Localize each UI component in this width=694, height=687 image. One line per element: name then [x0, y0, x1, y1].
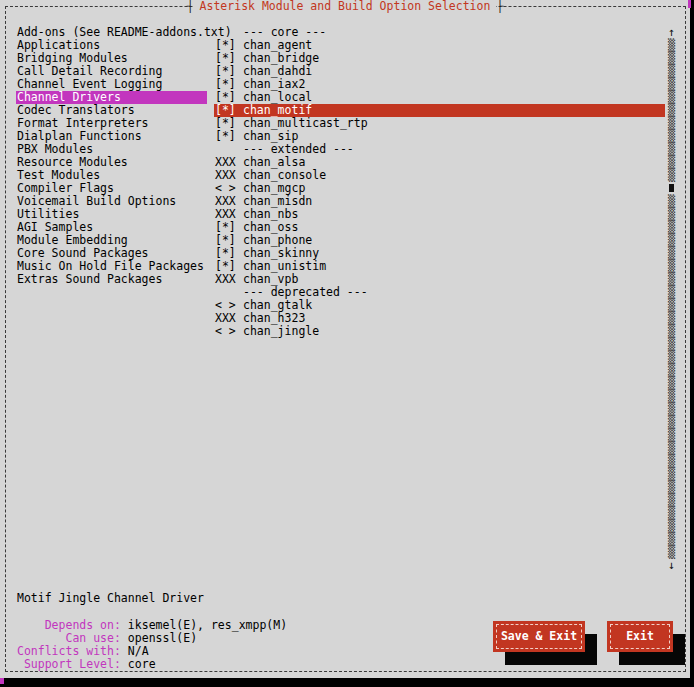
module-name: chan_local: [236, 90, 312, 104]
title-bar: ┤Asterisk Module and Build Option Select…: [0, 0, 690, 13]
module-item[interactable]: < >chan_jingle: [0, 325, 665, 338]
module-item[interactable]: [*]chan_dahdi: [0, 65, 665, 78]
exit-button-label: Exit: [626, 621, 654, 652]
module-item[interactable]: [*]chan_unistim: [0, 260, 665, 273]
module-item[interactable]: XXXchan_alsa: [0, 156, 665, 169]
module-name: chan_iax2: [236, 77, 305, 91]
module-name: chan_motif: [236, 103, 312, 117]
module-list: --- core ---[*]chan_agent[*]chan_bridge[…: [0, 26, 665, 338]
attribute-value: iksemel(E), res_xmpp(M): [121, 618, 287, 632]
module-item[interactable]: < >chan_gtalk: [0, 299, 665, 312]
scrollbar-track[interactable]: ▒: [664, 169, 679, 182]
module-item[interactable]: [*]chan_multicast_rtp: [0, 117, 665, 130]
module-name: chan_h323: [236, 311, 305, 325]
module-state-icon: [*]: [215, 130, 236, 143]
save-exit-button[interactable]: Save & Exit: [493, 621, 585, 652]
module-section-separator: --- deprecated ---: [0, 286, 665, 299]
menuselect-dialog: ┤Asterisk Module and Build Option Select…: [0, 0, 690, 678]
attribute-label: Support Level:: [17, 657, 121, 671]
module-name: chan_console: [236, 168, 326, 182]
module-description-title: Motif Jingle Channel Driver: [17, 592, 204, 605]
module-section-separator: --- core ---: [0, 26, 665, 39]
attribute-value: openssl(E): [121, 631, 197, 645]
module-name: chan_oss: [236, 220, 298, 234]
module-name: chan_bridge: [236, 51, 319, 65]
module-item[interactable]: XXXchan_console: [0, 169, 665, 182]
module-item-bar: < >chan_jingle: [214, 325, 665, 338]
module-item[interactable]: XXXchan_nbs: [0, 208, 665, 221]
module-name: chan_mgcp: [236, 181, 305, 195]
attribute-label: Depends on:: [17, 618, 121, 632]
module-item[interactable]: < >chan_mgcp: [0, 182, 665, 195]
attribute-label: Conflicts with:: [17, 644, 121, 658]
module-name: chan_gtalk: [236, 298, 312, 312]
title-left-tick-icon: ┤: [187, 0, 194, 13]
scrollbar-down-arrow-icon[interactable]: ↓: [664, 559, 679, 572]
module-item[interactable]: [*]chan_local: [0, 91, 665, 104]
save-exit-button-label: Save & Exit: [501, 621, 577, 652]
section-separator-label: --- deprecated ---: [236, 285, 368, 299]
module-item[interactable]: XXXchan_h323: [0, 312, 665, 325]
page-title: Asterisk Module and Build Option Selecti…: [194, 0, 497, 13]
module-name: chan_vpb: [236, 272, 298, 286]
scrollbar[interactable]: ↑▒▒▒▒▒▒▒▒▒▒▒▒▒▒▒▒▒▒▒▒▒▒▒▒▒▒▒▒▒▒▒▒▒▒▒▒▒▒▒…: [664, 26, 679, 572]
scrollbar-thumb-block: [669, 184, 674, 192]
module-item[interactable]: XXXchan_misdn: [0, 195, 665, 208]
title-right-tick-icon: ├: [496, 0, 503, 13]
attribute-value: core: [121, 657, 156, 671]
module-name: chan_jingle: [236, 324, 319, 338]
module-name: chan_dahdi: [236, 64, 312, 78]
module-item[interactable]: [*]chan_agent: [0, 39, 665, 52]
section-separator-label: --- extended ---: [236, 142, 354, 156]
module-item[interactable]: [*]chan_bridge: [0, 52, 665, 65]
module-attribute-line: Support Level:core: [17, 658, 287, 671]
module-item[interactable]: [*]chan_iax2: [0, 78, 665, 91]
module-item[interactable]: [*]chan_skinny: [0, 247, 665, 260]
module-attributes: Depends on:iksemel(E), res_xmpp(M) Can u…: [17, 619, 287, 671]
module-name: chan_phone: [236, 233, 312, 247]
cursor-artifact-bottom-left: [0, 678, 4, 684]
exit-button[interactable]: Exit: [607, 621, 673, 652]
attribute-value: N/A: [121, 644, 149, 658]
module-state-icon: < >: [215, 325, 236, 338]
module-name: chan_unistim: [236, 259, 326, 273]
attribute-label: Can use:: [17, 631, 121, 645]
module-name: chan_agent: [236, 38, 312, 52]
module-name: chan_multicast_rtp: [236, 116, 368, 130]
section-separator-label: --- core ---: [236, 25, 326, 39]
module-item[interactable]: [*]chan_phone: [0, 234, 665, 247]
module-name: chan_skinny: [236, 246, 319, 260]
module-item[interactable]: [*]chan_oss: [0, 221, 665, 234]
module-section-separator: --- extended ---: [0, 143, 665, 156]
module-name: chan_misdn: [236, 194, 312, 208]
module-name: chan_alsa: [236, 155, 305, 169]
module-name: chan_sip: [236, 129, 298, 143]
module-name: chan_nbs: [236, 207, 298, 221]
module-state-icon: XXX: [215, 273, 236, 286]
